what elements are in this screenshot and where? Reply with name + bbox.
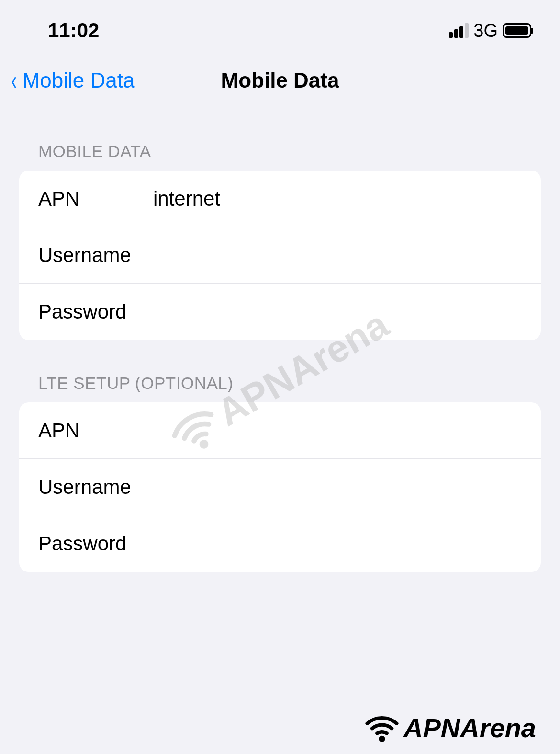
label-lte-apn: APN: [38, 419, 153, 442]
row-lte-username[interactable]: Username: [19, 459, 541, 515]
row-username[interactable]: Username: [19, 227, 541, 284]
status-bar: 11:02 3G: [0, 0, 560, 53]
navigation-bar: ‹ Mobile Data Mobile Data: [0, 53, 560, 108]
label-lte-password: Password: [38, 532, 153, 555]
label-password: Password: [38, 300, 153, 323]
section-lte-setup: LTE SETUP (OPTIONAL) APN Username Passwo…: [0, 374, 560, 572]
status-time: 11:02: [48, 19, 99, 42]
status-indicators: 3G: [449, 21, 531, 41]
signal-icon: [449, 23, 469, 38]
section-header-mobile-data: MOBILE DATA: [19, 142, 541, 171]
svg-point-1: [381, 737, 383, 740]
input-username[interactable]: [153, 244, 522, 267]
page-title: Mobile Data: [221, 69, 339, 92]
row-apn[interactable]: APN: [19, 171, 541, 227]
watermark-text: APNArena: [403, 712, 536, 743]
battery-icon: [503, 23, 531, 38]
label-apn: APN: [38, 187, 153, 210]
watermark-bottom: APNArena: [365, 711, 536, 744]
settings-group-mobile-data: APN Username Password: [19, 171, 541, 340]
wifi-icon: [365, 711, 399, 744]
row-password[interactable]: Password: [19, 284, 541, 340]
input-lte-apn[interactable]: [153, 419, 522, 442]
input-apn[interactable]: [153, 187, 522, 210]
section-header-lte-setup: LTE SETUP (OPTIONAL): [19, 374, 541, 402]
row-lte-apn[interactable]: APN: [19, 402, 541, 459]
back-button[interactable]: ‹ Mobile Data: [10, 67, 134, 94]
input-password[interactable]: [153, 300, 522, 323]
input-lte-username[interactable]: [153, 476, 522, 499]
settings-group-lte-setup: APN Username Password: [19, 402, 541, 572]
network-type: 3G: [473, 21, 498, 41]
row-lte-password[interactable]: Password: [19, 515, 541, 572]
chevron-back-icon: ‹: [11, 67, 17, 94]
section-mobile-data: MOBILE DATA APN Username Password: [0, 142, 560, 340]
label-lte-username: Username: [38, 476, 153, 499]
back-label: Mobile Data: [22, 69, 135, 92]
input-lte-password[interactable]: [153, 532, 522, 555]
label-username: Username: [38, 244, 153, 267]
